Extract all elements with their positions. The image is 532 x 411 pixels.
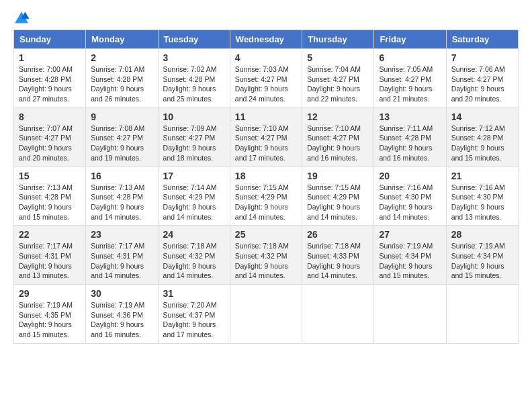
header-cell-tuesday: Tuesday (158, 30, 230, 49)
day-number: 17 (163, 171, 225, 181)
header-cell-thursday: Thursday (302, 30, 374, 49)
day-number: 24 (163, 229, 225, 240)
day-info: Sunrise: 7:12 AM Sunset: 4:28 PM Dayligh… (451, 124, 513, 163)
day-info: Sunrise: 7:15 AM Sunset: 4:29 PM Dayligh… (307, 183, 369, 222)
day-number: 29 (19, 288, 81, 299)
day-cell: 28 Sunrise: 7:19 AM Sunset: 4:34 PM Dayl… (446, 226, 518, 285)
day-info: Sunrise: 7:18 AM Sunset: 4:32 PM Dayligh… (163, 241, 225, 281)
week-row-1: 1 Sunrise: 7:00 AM Sunset: 4:28 PM Dayli… (14, 49, 519, 108)
week-row-3: 15 Sunrise: 7:13 AM Sunset: 4:28 PM Dayl… (14, 167, 519, 226)
day-number: 27 (379, 229, 441, 240)
day-info: Sunrise: 7:20 AM Sunset: 4:37 PM Dayligh… (163, 300, 225, 340)
day-cell: 20 Sunrise: 7:16 AM Sunset: 4:30 PM Dayl… (374, 167, 446, 226)
day-cell: 8 Sunrise: 7:07 AM Sunset: 4:27 PM Dayli… (14, 107, 86, 167)
day-info: Sunrise: 7:07 AM Sunset: 4:27 PM Dayligh… (19, 124, 81, 163)
day-info: Sunrise: 7:19 AM Sunset: 4:34 PM Dayligh… (379, 241, 441, 281)
day-cell: 22 Sunrise: 7:17 AM Sunset: 4:31 PM Dayl… (14, 226, 86, 285)
day-info: Sunrise: 7:04 AM Sunset: 4:27 PM Dayligh… (307, 64, 369, 104)
logo (13, 11, 32, 24)
day-cell: 6 Sunrise: 7:05 AM Sunset: 4:27 PM Dayli… (374, 49, 446, 108)
day-cell: 17 Sunrise: 7:14 AM Sunset: 4:29 PM Dayl… (158, 167, 230, 226)
day-info: Sunrise: 7:19 AM Sunset: 4:35 PM Dayligh… (19, 300, 81, 340)
header-cell-friday: Friday (374, 30, 446, 49)
day-cell: 7 Sunrise: 7:06 AM Sunset: 4:27 PM Dayli… (446, 49, 518, 108)
day-info: Sunrise: 7:14 AM Sunset: 4:29 PM Dayligh… (163, 183, 225, 222)
day-cell: 2 Sunrise: 7:01 AM Sunset: 4:28 PM Dayli… (86, 49, 158, 108)
day-info: Sunrise: 7:17 AM Sunset: 4:31 PM Dayligh… (19, 241, 81, 281)
day-cell: 13 Sunrise: 7:11 AM Sunset: 4:28 PM Dayl… (374, 107, 446, 167)
day-info: Sunrise: 7:06 AM Sunset: 4:27 PM Dayligh… (451, 64, 513, 104)
header-cell-monday: Monday (86, 30, 158, 49)
day-number: 20 (379, 171, 441, 181)
day-number: 18 (235, 171, 297, 181)
day-cell: 9 Sunrise: 7:08 AM Sunset: 4:27 PM Dayli… (86, 107, 158, 167)
header-cell-saturday: Saturday (446, 30, 518, 49)
day-number: 7 (451, 52, 513, 63)
day-cell: 21 Sunrise: 7:16 AM Sunset: 4:30 PM Dayl… (446, 167, 518, 226)
day-cell: 31 Sunrise: 7:20 AM Sunset: 4:37 PM Dayl… (158, 285, 230, 344)
day-info: Sunrise: 7:00 AM Sunset: 4:28 PM Dayligh… (19, 64, 81, 104)
day-number: 10 (163, 111, 225, 122)
day-number: 16 (91, 171, 152, 181)
day-info: Sunrise: 7:02 AM Sunset: 4:28 PM Dayligh… (163, 64, 225, 104)
day-info: Sunrise: 7:16 AM Sunset: 4:30 PM Dayligh… (451, 183, 513, 222)
calendar-table: SundayMondayTuesdayWednesdayThursdayFrid… (13, 30, 519, 344)
header-cell-wednesday: Wednesday (230, 30, 302, 49)
day-cell (374, 285, 446, 344)
day-cell: 15 Sunrise: 7:13 AM Sunset: 4:28 PM Dayl… (14, 167, 86, 226)
day-cell: 30 Sunrise: 7:19 AM Sunset: 4:36 PM Dayl… (86, 285, 158, 344)
day-cell: 19 Sunrise: 7:15 AM Sunset: 4:29 PM Dayl… (302, 167, 374, 226)
day-number: 9 (91, 111, 152, 122)
day-cell: 23 Sunrise: 7:17 AM Sunset: 4:31 PM Dayl… (86, 226, 158, 285)
day-number: 25 (235, 229, 297, 240)
day-cell: 25 Sunrise: 7:18 AM Sunset: 4:32 PM Dayl… (230, 226, 302, 285)
day-cell: 26 Sunrise: 7:18 AM Sunset: 4:33 PM Dayl… (302, 226, 374, 285)
day-cell: 14 Sunrise: 7:12 AM Sunset: 4:28 PM Dayl… (446, 107, 518, 167)
day-cell (446, 285, 518, 344)
day-number: 19 (307, 171, 369, 181)
day-number: 21 (451, 171, 513, 181)
header (13, 11, 519, 24)
day-number: 23 (91, 229, 152, 240)
day-info: Sunrise: 7:10 AM Sunset: 4:27 PM Dayligh… (307, 124, 369, 163)
day-cell (302, 285, 374, 344)
day-info: Sunrise: 7:19 AM Sunset: 4:34 PM Dayligh… (451, 241, 513, 281)
day-info: Sunrise: 7:18 AM Sunset: 4:33 PM Dayligh… (307, 241, 369, 281)
day-cell: 4 Sunrise: 7:03 AM Sunset: 4:27 PM Dayli… (230, 49, 302, 108)
day-info: Sunrise: 7:03 AM Sunset: 4:27 PM Dayligh… (235, 64, 297, 104)
week-row-2: 8 Sunrise: 7:07 AM Sunset: 4:27 PM Dayli… (14, 107, 519, 167)
day-cell: 24 Sunrise: 7:18 AM Sunset: 4:32 PM Dayl… (158, 226, 230, 285)
day-info: Sunrise: 7:09 AM Sunset: 4:27 PM Dayligh… (163, 124, 225, 163)
header-cell-sunday: Sunday (14, 30, 86, 49)
day-number: 15 (19, 171, 81, 181)
day-number: 5 (307, 52, 369, 63)
day-number: 2 (91, 52, 152, 63)
day-cell: 1 Sunrise: 7:00 AM Sunset: 4:28 PM Dayli… (14, 49, 86, 108)
day-info: Sunrise: 7:15 AM Sunset: 4:29 PM Dayligh… (235, 183, 297, 222)
day-number: 26 (307, 229, 369, 240)
day-info: Sunrise: 7:13 AM Sunset: 4:28 PM Dayligh… (19, 183, 81, 222)
week-row-5: 29 Sunrise: 7:19 AM Sunset: 4:35 PM Dayl… (14, 285, 519, 344)
day-number: 8 (19, 111, 81, 122)
day-info: Sunrise: 7:17 AM Sunset: 4:31 PM Dayligh… (91, 241, 152, 281)
day-cell: 5 Sunrise: 7:04 AM Sunset: 4:27 PM Dayli… (302, 49, 374, 108)
day-number: 22 (19, 229, 81, 240)
day-info: Sunrise: 7:10 AM Sunset: 4:27 PM Dayligh… (235, 124, 297, 163)
day-number: 30 (91, 288, 152, 299)
day-info: Sunrise: 7:13 AM Sunset: 4:28 PM Dayligh… (91, 183, 152, 222)
day-cell: 16 Sunrise: 7:13 AM Sunset: 4:28 PM Dayl… (86, 167, 158, 226)
day-cell: 10 Sunrise: 7:09 AM Sunset: 4:27 PM Dayl… (158, 107, 230, 167)
day-info: Sunrise: 7:19 AM Sunset: 4:36 PM Dayligh… (91, 300, 152, 340)
day-cell: 18 Sunrise: 7:15 AM Sunset: 4:29 PM Dayl… (230, 167, 302, 226)
day-cell: 29 Sunrise: 7:19 AM Sunset: 4:35 PM Dayl… (14, 285, 86, 344)
day-number: 14 (451, 111, 513, 122)
day-cell: 3 Sunrise: 7:02 AM Sunset: 4:28 PM Dayli… (158, 49, 230, 108)
day-cell: 11 Sunrise: 7:10 AM Sunset: 4:27 PM Dayl… (230, 107, 302, 167)
header-row: SundayMondayTuesdayWednesdayThursdayFrid… (14, 30, 519, 49)
day-info: Sunrise: 7:18 AM Sunset: 4:32 PM Dayligh… (235, 241, 297, 281)
day-info: Sunrise: 7:11 AM Sunset: 4:28 PM Dayligh… (379, 124, 441, 163)
day-info: Sunrise: 7:01 AM Sunset: 4:28 PM Dayligh… (91, 64, 152, 104)
logo-icon (13, 11, 30, 24)
day-number: 12 (307, 111, 369, 122)
day-info: Sunrise: 7:08 AM Sunset: 4:27 PM Dayligh… (91, 124, 152, 163)
